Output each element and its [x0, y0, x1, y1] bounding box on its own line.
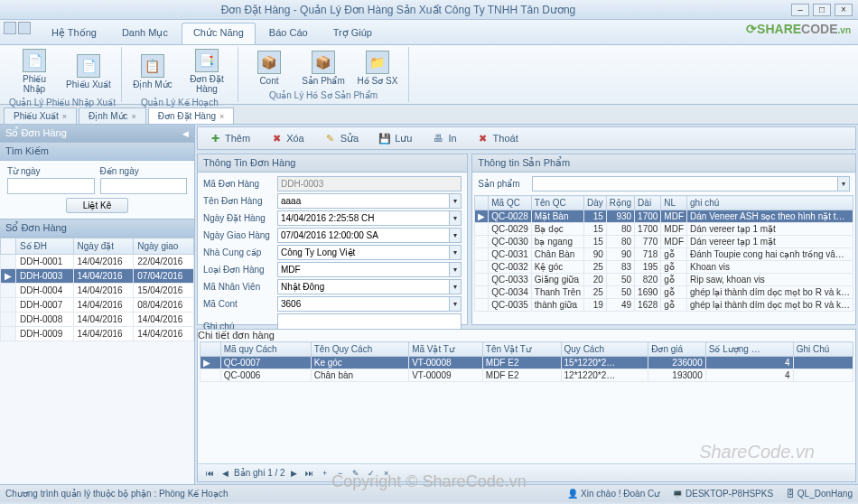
toolbar-exit-button[interactable]: ✖Thoát	[471, 130, 524, 146]
orders-grid[interactable]: Số ĐHNgày đặtNgày giaoDDH-000114/04/2016…	[0, 238, 194, 341]
pager-last-icon[interactable]: ⏭	[303, 467, 316, 480]
close-tab-icon[interactable]: ×	[62, 112, 67, 121]
table-row[interactable]: QC-0033Giằng giữa2050820gỗRip saw, khoan…	[475, 274, 853, 286]
dropdown-icon[interactable]: ▾	[449, 279, 462, 294]
toolbar-save-button[interactable]: 💾Lưu	[373, 130, 417, 146]
to-date-label: Đến ngày	[100, 166, 188, 176]
pager-check-icon[interactable]: ✓	[365, 467, 378, 480]
status-bar: Chương trình quản lý thuộc bộ phận : Phò…	[0, 484, 858, 502]
menu-tab-0[interactable]: Hệ Thống	[40, 23, 108, 44]
menu-tab-3[interactable]: Báo Cáo	[257, 23, 320, 44]
quick-access-toolbar	[4, 22, 31, 34]
order-name-input[interactable]	[277, 193, 449, 209]
title-bar: Đơn Đặt Hàng - Quản Lý Đơn Hàng Sản Xuất…	[0, 0, 858, 20]
ribbon-phiếu-xuất[interactable]: 📄Phiếu Xuất	[63, 47, 114, 96]
doc-tab[interactable]: Đơn Đặt Hàng×	[148, 107, 235, 124]
ribbon-icon: 📄	[23, 49, 46, 72]
status-user: 👤 Xin chào ! Đoàn Cư	[567, 489, 659, 499]
ribbon-đơn-đặt-hàng[interactable]: 📑Đơn Đặt Hàng	[182, 47, 232, 96]
product-combo[interactable]	[532, 176, 837, 191]
table-row[interactable]: ▶DDH-000314/04/201607/04/2016	[1, 269, 194, 284]
ribbon-icon: 📋	[141, 54, 164, 78]
close-tab-icon[interactable]: ×	[219, 112, 224, 121]
qat-btn-2[interactable]	[18, 22, 31, 34]
table-row[interactable]: QC-0029Bạ dọc15801700MDFDán vereer tạp 1…	[475, 223, 853, 236]
menu-bar: Hệ ThốngDanh MụcChức NăngBáo CáoTrợ Giúp…	[0, 20, 858, 45]
table-row[interactable]: DDH-000114/04/201622/04/2016	[1, 255, 194, 269]
order-date-input[interactable]	[277, 210, 449, 226]
qat-btn-1[interactable]	[4, 22, 16, 34]
table-row[interactable]: DDH-000714/04/201608/04/2016	[1, 298, 194, 313]
from-date-input[interactable]	[7, 178, 95, 194]
pager-edit-icon[interactable]: ✎	[350, 467, 362, 480]
table-row[interactable]: ▶QC-0028Mặt Bàn159301700MDFDán Veneer AS…	[475, 210, 853, 223]
record-navigator[interactable]: ⏮ ◀ Bản ghi 1 / 2 ▶ ⏭ + − ✎ ✓ ×	[198, 463, 855, 481]
table-row[interactable]: DDH-000914/04/201614/04/2016	[1, 327, 194, 341]
doc-tab[interactable]: Phiếu Xuất×	[4, 107, 77, 124]
order-detail-group: Chi tiết đơn hàng Mã quy CáchTên Quy Các…	[197, 329, 856, 482]
close-tab-icon[interactable]: ×	[132, 112, 136, 121]
order-type-input[interactable]	[277, 262, 449, 277]
supplier-input[interactable]	[277, 245, 449, 260]
maximize-button[interactable]: □	[813, 4, 831, 16]
close-button[interactable]: ×	[835, 4, 853, 16]
pager-del-icon[interactable]: −	[334, 467, 347, 480]
main-content: ✚Thêm✖Xóa✎Sửa💾Lưu🖶In✖Thoát Thông Tin Đơn…	[195, 125, 858, 484]
cont-input[interactable]	[277, 296, 449, 312]
ribbon-định-mức[interactable]: 📋Định Mức	[127, 47, 178, 96]
ribbon-phiếu-nhập[interactable]: 📄Phiếu Nhập	[9, 47, 60, 96]
toolbar-edit-button[interactable]: ✎Sửa	[319, 130, 364, 146]
dropdown-icon[interactable]: ▾	[449, 210, 462, 226]
table-row[interactable]: QC-0030bạ ngang1580770MDFDán vereer tạp …	[475, 236, 853, 248]
dropdown-icon[interactable]: ▾	[449, 228, 462, 243]
menu-tab-1[interactable]: Danh Mục	[110, 23, 180, 44]
pager-add-icon[interactable]: +	[319, 467, 331, 480]
doc-tab[interactable]: Định Mức×	[79, 107, 146, 124]
dropdown-icon[interactable]: ▾	[449, 296, 462, 312]
ribbon-icon: 📦	[312, 51, 335, 74]
document-tabs: Phiếu Xuất×Định Mức×Đơn Đặt Hàng×	[0, 105, 858, 125]
status-db: 🗄 QL_DonHang	[786, 489, 853, 499]
dropdown-icon[interactable]: ▾	[449, 193, 462, 209]
status-left: Chương trình quản lý thuộc bộ phận : Phò…	[5, 489, 228, 499]
staff-input[interactable]	[277, 279, 449, 294]
pager-prev-icon[interactable]: ◀	[219, 467, 231, 480]
filter-box: Từ ngày Đến ngày Liệt Kê	[0, 161, 194, 219]
dropdown-icon[interactable]: ▾	[837, 176, 850, 191]
ribbon-hồ-sơ-sx[interactable]: 📁Hồ Sơ SX	[352, 47, 403, 89]
dropdown-icon[interactable]: ▾	[449, 245, 462, 260]
ribbon-cont[interactable]: 📦Cont	[244, 47, 294, 89]
minimize-button[interactable]: –	[791, 4, 809, 16]
pager-next-icon[interactable]: ▶	[288, 467, 301, 480]
table-row[interactable]: DDH-000814/04/201614/04/2016	[1, 313, 194, 327]
menu-tab-4[interactable]: Trợ Giúp	[322, 23, 384, 44]
pager-cancel-icon[interactable]: ×	[380, 467, 393, 480]
table-row[interactable]: QC-0035thành giữa19491628gỗghép lại thàn…	[475, 299, 853, 312]
exit-icon: ✖	[477, 132, 490, 145]
order-code-input	[277, 176, 462, 191]
toolbar-del-button[interactable]: ✖Xóa	[265, 130, 310, 146]
table-row[interactable]: ▶QC-0007Ke gócVT-00008MDF E215*1220*2…23…	[201, 357, 853, 369]
table-row[interactable]: QC-0032Kệ góc2583195gỗKhoan vis	[475, 261, 853, 274]
to-date-input[interactable]	[100, 178, 188, 194]
detail-grid[interactable]: Mã quy CáchTên Quy CáchMã Vật TưTên Vật …	[200, 341, 853, 463]
table-row[interactable]: DDH-000414/04/201615/04/2016	[1, 284, 194, 298]
delivery-date-input[interactable]	[277, 228, 449, 243]
collapse-icon[interactable]: ◀	[182, 129, 189, 138]
brand-logo: ⟳SHARECODE.vn	[746, 22, 851, 36]
window-buttons: – □ ×	[791, 4, 853, 16]
ribbon-icon: 📑	[195, 49, 219, 72]
product-grid[interactable]: Mã QCTên QCDàyRộngDàiNLghi chú▶QC-0028Mặ…	[474, 195, 853, 324]
table-row[interactable]: QC-0034Thanh Trên25501690gỗghép lại thàn…	[475, 286, 853, 299]
toolbar-print-button[interactable]: 🖶In	[426, 130, 462, 146]
pager-first-icon[interactable]: ⏮	[203, 467, 216, 480]
ribbon-sản-phẩm[interactable]: 📦Sản Phẩm	[298, 47, 349, 89]
dropdown-icon[interactable]: ▾	[449, 262, 462, 277]
menu-tab-2[interactable]: Chức Năng	[182, 23, 256, 44]
table-row[interactable]: QC-0006Chân bànVT-00009MDF E212*1220*2…1…	[201, 369, 853, 382]
list-button[interactable]: Liệt Kê	[66, 198, 129, 213]
ribbon-icon: 📁	[366, 51, 389, 74]
save-icon: 💾	[378, 132, 391, 145]
toolbar-add-button[interactable]: ✚Thêm	[203, 130, 256, 146]
table-row[interactable]: QC-0031Chân Bàn9090718gỗĐánh Toupie cong…	[475, 248, 853, 261]
